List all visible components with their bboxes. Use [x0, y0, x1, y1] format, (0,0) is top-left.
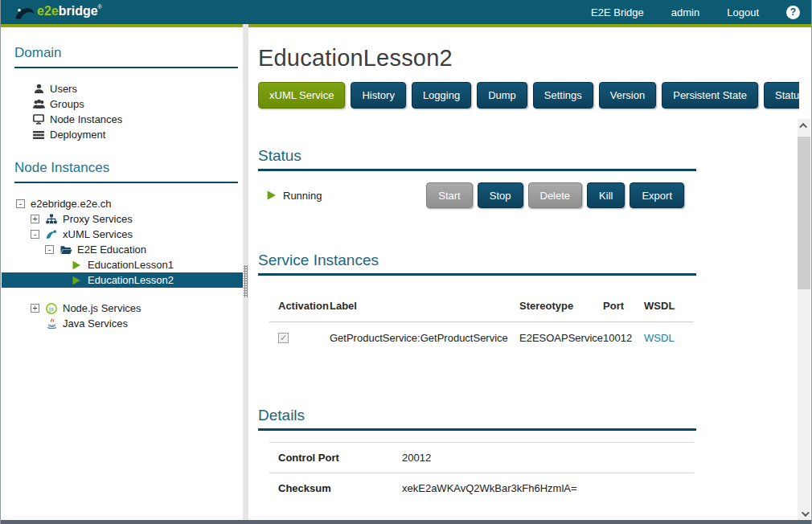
column-wsdl: WSDL: [644, 295, 694, 322]
sidebar-item-deployment[interactable]: Deployment: [2, 127, 243, 142]
deployment-icon: [32, 129, 45, 141]
vertical-scrollbar[interactable]: [798, 119, 810, 520]
scrollbar-thumb[interactable]: [798, 137, 810, 289]
tree-node-java-services[interactable]: Java Services: [2, 316, 243, 331]
logo-swoosh-icon: [15, 6, 35, 21]
tree-node-label: Node.js Services: [63, 302, 141, 314]
collapse-icon[interactable]: -: [16, 199, 25, 208]
play-icon: [70, 275, 83, 286]
page-title: EducationLesson2: [258, 45, 799, 72]
app-window: e2ebridge® E2E Bridge admin Logout ? Dom…: [0, 0, 812, 524]
tab-xuml-service[interactable]: xUML Service: [258, 82, 345, 108]
sidebar-item-label: Groups: [50, 98, 84, 110]
column-stereotype: Stereotype: [519, 295, 603, 322]
chevron-down-icon: [801, 509, 809, 517]
tree-node-educationlesson1[interactable]: EducationLesson1: [2, 257, 243, 272]
export-button[interactable]: Export: [630, 182, 684, 208]
delete-button[interactable]: Delete: [528, 182, 583, 208]
sidebar-item-groups[interactable]: Groups: [2, 96, 243, 112]
sidebar: Domain Users Groups Node Instances: [2, 27, 243, 520]
nodejs-icon: js: [45, 303, 58, 314]
column-port: Port: [603, 295, 644, 322]
tree-node-label: xUML Services: [63, 228, 133, 240]
detail-value: 20012: [402, 443, 694, 473]
product-name: E2E Bridge: [591, 6, 644, 18]
domain-heading-rule: [14, 67, 238, 68]
service-label-cell: GetProductService:GetProductService: [330, 322, 519, 350]
monitor-icon: [32, 114, 45, 125]
e2ebridge-logo: e2ebridge®: [15, 4, 102, 21]
logo-text-bridge: bridge: [59, 4, 98, 18]
wsdl-link[interactable]: WSDL: [644, 332, 675, 344]
tree-node-label: e2ebridge.e2e.ch: [31, 198, 111, 210]
users-icon: [32, 99, 45, 110]
stereotype-cell: E2ESOAPService: [519, 322, 603, 350]
sidebar-item-label: Deployment: [50, 129, 105, 141]
sitemap-icon: [45, 214, 58, 225]
sidebar-item-label: Users: [50, 83, 77, 95]
user-icon: [32, 84, 45, 95]
tab-status[interactable]: Status: [764, 82, 799, 108]
sidebar-resize-divider[interactable]: [243, 24, 248, 520]
service-instances-table: Activation Label Stereotype Port WSDL ✓ …: [269, 295, 694, 349]
service-state: Running: [266, 190, 322, 202]
domain-heading: Domain: [14, 45, 230, 61]
tree-node-label: Proxy Services: [63, 213, 133, 225]
tab-version[interactable]: Version: [599, 82, 656, 108]
column-activation: Activation: [269, 295, 330, 322]
detail-value: xekE2aWKAvQ2WkBar3kFh6HzmlA=: [402, 473, 694, 504]
expand-icon[interactable]: +: [31, 215, 39, 223]
node-tree: - e2ebridge.e2e.ch + Proxy Services - xU…: [2, 196, 243, 331]
bottom-border-bar: [1, 520, 811, 524]
detail-label: Control Port: [269, 443, 402, 473]
tab-logging[interactable]: Logging: [412, 82, 471, 108]
expand-icon[interactable]: +: [31, 304, 39, 313]
tree-node-e2e-education[interactable]: - E2E Education: [2, 242, 243, 257]
detail-label: Checksum: [269, 473, 402, 504]
port-cell: 10012: [603, 322, 644, 350]
sidebar-item-node-instances[interactable]: Node Instances: [2, 112, 243, 127]
service-instances-heading: Service Instances: [258, 252, 696, 276]
tab-dump[interactable]: Dump: [477, 82, 527, 108]
stop-button[interactable]: Stop: [478, 182, 523, 208]
tree-node-label: EducationLesson1: [88, 259, 174, 271]
table-row: ✓ GetProductService:GetProductService E2…: [269, 322, 694, 350]
running-play-icon: [266, 190, 277, 201]
tree-node-xuml-services[interactable]: - xUML Services: [2, 227, 243, 242]
user-menu[interactable]: admin: [671, 6, 699, 18]
node-instances-heading-rule: [14, 182, 238, 183]
collapse-icon[interactable]: -: [45, 245, 54, 254]
logo-text-e2e: e2e: [37, 4, 59, 18]
sidebar-item-label: Node Instances: [50, 113, 122, 125]
details-row: Checksum xekE2aWKAvQ2WkBar3kFh6HzmlA=: [269, 473, 694, 504]
tab-settings[interactable]: Settings: [533, 82, 593, 108]
start-button[interactable]: Start: [426, 182, 472, 208]
status-buttons: Start Stop Delete Kill Export: [426, 182, 684, 208]
activation-checkbox[interactable]: ✓: [278, 333, 289, 343]
top-nav: E2E Bridge admin Logout ?: [591, 6, 811, 19]
tree-node-educationlesson2-selected[interactable]: EducationLesson2: [2, 272, 243, 288]
top-bar: e2ebridge® E2E Bridge admin Logout ?: [1, 0, 811, 24]
node-instances-heading: Node Instances: [14, 160, 230, 176]
help-icon[interactable]: ?: [786, 6, 800, 19]
tree-node-label: EducationLesson2: [88, 274, 174, 286]
folder-open-icon: [59, 244, 72, 256]
table-header-row: Activation Label Stereotype Port WSDL: [269, 295, 694, 322]
collapse-icon[interactable]: -: [31, 230, 39, 239]
status-section-heading: Status: [258, 147, 696, 171]
scroll-down-button[interactable]: [798, 507, 810, 520]
chevron-up-icon: [799, 122, 807, 130]
tree-node-root[interactable]: - e2ebridge.e2e.ch: [2, 196, 243, 211]
logout-link[interactable]: Logout: [727, 6, 759, 18]
tree-node-label: Java Services: [63, 317, 128, 330]
sidebar-item-users[interactable]: Users: [2, 81, 243, 96]
xuml-icon: [45, 229, 58, 240]
tab-history[interactable]: History: [351, 82, 405, 108]
tree-node-proxy-services[interactable]: + Proxy Services: [2, 211, 243, 227]
divider-grip-icon[interactable]: [244, 265, 248, 297]
tab-persistent-state[interactable]: Persistent State: [662, 82, 758, 108]
kill-button[interactable]: Kill: [587, 182, 625, 208]
scroll-up-button[interactable]: [798, 119, 810, 132]
tree-node-nodejs-services[interactable]: + js Node.js Services: [2, 301, 243, 316]
svg-text:js: js: [48, 305, 54, 312]
